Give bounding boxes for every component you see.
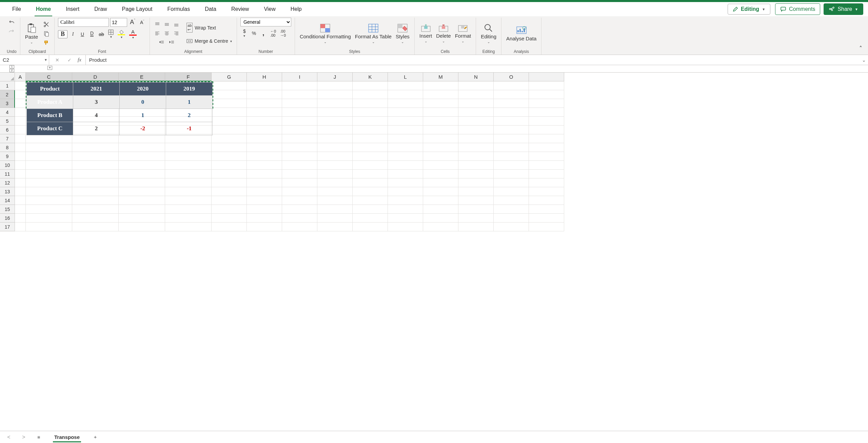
cell[interactable] — [423, 117, 458, 126]
cell[interactable] — [423, 170, 458, 178]
cell[interactable] — [165, 161, 212, 170]
column-header-D[interactable]: D — [72, 73, 119, 81]
cell[interactable] — [15, 178, 26, 187]
format-cells-button[interactable]: Format⌄ — [454, 23, 473, 44]
row-header-9[interactable]: 9 — [0, 152, 15, 161]
cell[interactable] — [282, 99, 317, 108]
cell-value[interactable]: 1 — [166, 96, 213, 109]
cell[interactable] — [423, 187, 458, 196]
cell[interactable] — [165, 205, 212, 214]
cell[interactable] — [388, 99, 423, 108]
cell-value[interactable]: 2 — [166, 109, 213, 122]
cell[interactable] — [423, 143, 458, 152]
cell[interactable] — [317, 117, 353, 126]
cell[interactable] — [247, 205, 282, 214]
merge-centre-button[interactable]: Merge & Centre ▾ — [185, 37, 233, 45]
cancel-formula-button[interactable]: ✕ — [53, 56, 61, 64]
cell[interactable] — [165, 170, 212, 178]
cell[interactable] — [247, 126, 282, 134]
cell[interactable] — [423, 99, 458, 108]
cell[interactable] — [212, 99, 247, 108]
cell[interactable] — [423, 90, 458, 99]
menu-tab-pagelayout[interactable]: Page Layout — [115, 2, 160, 16]
cell[interactable] — [15, 170, 26, 178]
collapse-ribbon-button[interactable]: ˄ — [856, 44, 865, 53]
cell[interactable] — [423, 134, 458, 143]
sheet-tab-transpose[interactable]: Transpose — [50, 432, 84, 442]
cell[interactable] — [212, 152, 247, 161]
cell[interactable] — [282, 108, 317, 117]
column-header-C[interactable]: C — [26, 73, 72, 81]
number-format-select[interactable]: General — [240, 18, 291, 26]
align-bottom-button[interactable] — [172, 20, 180, 28]
cell[interactable] — [317, 134, 353, 143]
cell[interactable] — [388, 196, 423, 205]
cell[interactable] — [72, 178, 119, 187]
cell[interactable] — [119, 196, 165, 205]
cell[interactable] — [353, 81, 388, 90]
copy-button[interactable] — [42, 30, 51, 38]
cell[interactable] — [317, 108, 353, 117]
cell[interactable] — [15, 187, 26, 196]
cell[interactable] — [353, 178, 388, 187]
cell[interactable] — [529, 214, 564, 223]
cell[interactable] — [388, 90, 423, 99]
cell[interactable] — [247, 214, 282, 223]
cell[interactable] — [494, 205, 529, 214]
currency-button[interactable]: $▾ — [240, 27, 249, 39]
cell[interactable] — [353, 134, 388, 143]
cell[interactable] — [119, 170, 165, 178]
cell[interactable] — [423, 205, 458, 214]
cell[interactable] — [72, 214, 119, 223]
cell[interactable] — [458, 81, 494, 90]
cell[interactable] — [72, 152, 119, 161]
cell[interactable] — [317, 178, 353, 187]
cell[interactable] — [529, 170, 564, 178]
cell[interactable] — [388, 205, 423, 214]
row-header-13[interactable]: 13 — [0, 187, 15, 196]
row-header-16[interactable]: 16 — [0, 214, 15, 223]
row-header-6[interactable]: 6 — [0, 126, 15, 134]
cell[interactable] — [72, 161, 119, 170]
align-middle-button[interactable] — [163, 20, 171, 28]
cell[interactable] — [317, 99, 353, 108]
cell[interactable] — [494, 81, 529, 90]
cut-button[interactable] — [42, 20, 51, 28]
cell[interactable] — [529, 161, 564, 170]
cell[interactable] — [317, 143, 353, 152]
column-header-F[interactable]: F — [165, 73, 212, 81]
cell[interactable] — [458, 161, 494, 170]
row-label[interactable]: Product A — [27, 96, 73, 109]
decrease-indent-button[interactable] — [158, 38, 166, 46]
cell[interactable] — [494, 152, 529, 161]
table-header[interactable]: 2021 — [73, 82, 120, 96]
cell[interactable] — [119, 134, 165, 143]
cell[interactable] — [15, 152, 26, 161]
cell[interactable] — [15, 126, 26, 134]
table-header[interactable]: 2020 — [120, 82, 166, 96]
cell[interactable] — [282, 187, 317, 196]
cell[interactable] — [247, 196, 282, 205]
cell[interactable] — [458, 143, 494, 152]
cell[interactable] — [247, 161, 282, 170]
cell[interactable] — [458, 187, 494, 196]
cell[interactable] — [458, 178, 494, 187]
cell[interactable] — [317, 126, 353, 134]
cell[interactable] — [282, 196, 317, 205]
italic-button[interactable]: I — [69, 30, 77, 38]
cell[interactable] — [353, 117, 388, 126]
cell[interactable] — [282, 152, 317, 161]
cell[interactable] — [247, 143, 282, 152]
cell[interactable] — [282, 81, 317, 90]
cell-styles-button[interactable]: Styles⌄ — [394, 22, 411, 45]
cell[interactable] — [529, 81, 564, 90]
cell[interactable] — [212, 117, 247, 126]
formula-input[interactable]: Product — [86, 55, 860, 65]
cell[interactable] — [119, 178, 165, 187]
cell[interactable] — [72, 170, 119, 178]
cell[interactable] — [353, 99, 388, 108]
cell[interactable] — [282, 178, 317, 187]
row-header-4[interactable]: 4 — [0, 108, 15, 117]
align-right-button[interactable] — [172, 29, 180, 37]
expand-formula-bar-button[interactable]: ⌄ — [860, 55, 868, 65]
